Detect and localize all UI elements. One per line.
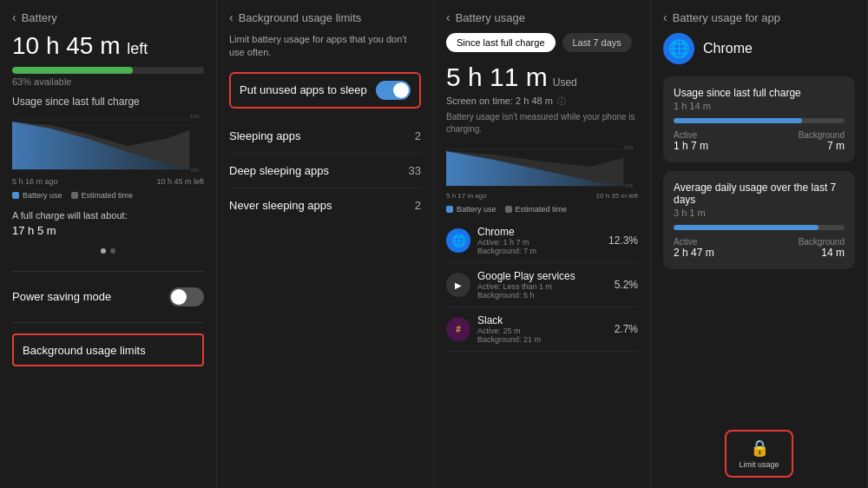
svg-text:100: 100 bbox=[189, 113, 200, 119]
back-arrow-icon: ‹ bbox=[12, 10, 16, 24]
legend-estimated-dot bbox=[71, 192, 78, 199]
deep-sleeping-apps-row[interactable]: Deep sleeping apps 33 bbox=[229, 154, 421, 188]
back-arrow-icon-3: ‹ bbox=[446, 10, 450, 24]
chrome-pct: 12.3% bbox=[608, 234, 638, 247]
app-list: 🌐 Chrome Active: 1 h 7 mBackground: 7 m … bbox=[446, 219, 638, 352]
put-unused-sleep-row[interactable]: Put unused apps to sleep bbox=[229, 72, 421, 109]
limit-usage-button[interactable]: 🔒 Limit usage bbox=[725, 430, 792, 478]
slack-pct: 2.7% bbox=[615, 323, 638, 335]
since-card-title: Usage since last full charge bbox=[674, 87, 845, 99]
chart-labels-1: 5 h 16 m ago 10 h 45 m left bbox=[12, 177, 204, 186]
main-time-used: 5 h 11 m bbox=[446, 63, 548, 92]
chrome-app-name: Chrome bbox=[477, 226, 602, 238]
gps-app-icon: ▶ bbox=[446, 273, 470, 297]
dot-1 bbox=[101, 248, 106, 254]
since-bar-fill bbox=[674, 118, 802, 123]
back-nav-2[interactable]: ‹ Background usage limits bbox=[229, 10, 421, 24]
slack-app-icon: # bbox=[446, 317, 470, 341]
divider-1 bbox=[12, 271, 204, 272]
svg-text:0%: 0% bbox=[625, 182, 634, 188]
bg-limits-subtitle: Limit battery usage for apps that you do… bbox=[229, 33, 421, 60]
charging-warning: Battery usage isn't measured while your … bbox=[446, 111, 638, 135]
avg-two-col: Active 2 h 47 m Background 14 m bbox=[674, 237, 845, 259]
power-saving-toggle[interactable] bbox=[169, 287, 204, 307]
bottom-bar: 🔒 Limit usage bbox=[663, 430, 855, 478]
power-saving-row[interactable]: Power saving mode bbox=[12, 279, 204, 315]
slack-app-name: Slack bbox=[477, 314, 608, 326]
back-nav-4[interactable]: ‹ Battery usage for app bbox=[663, 10, 855, 24]
app-row-slack[interactable]: # Slack Active: 25 mBackground: 21 m 2.7… bbox=[446, 307, 638, 352]
avg-daily-card: Average daily usage over the last 7 days… bbox=[663, 171, 855, 269]
battery-chart: 100 0% bbox=[12, 113, 204, 174]
battery-time-remaining: 10 h 45 m left bbox=[12, 33, 204, 60]
available-pct-text: 63% available bbox=[12, 76, 204, 87]
never-sleeping-apps-row[interactable]: Never sleeping apps 2 bbox=[229, 188, 421, 222]
back-label-4: Battery usage for app bbox=[673, 11, 780, 24]
slack-app-detail: Active: 25 mBackground: 21 m bbox=[477, 326, 608, 344]
svg-text:0%: 0% bbox=[191, 167, 200, 173]
back-nav-3[interactable]: ‹ Battery usage bbox=[446, 10, 638, 24]
limit-icon: 🔒 bbox=[750, 439, 769, 458]
usage-since-card: Usage since last full charge 1 h 14 m Ac… bbox=[663, 76, 855, 162]
screen-battery: ‹ Battery 10 h 45 m left 63% available U… bbox=[0, 0, 217, 488]
battery-progress-bar bbox=[12, 67, 204, 74]
unused-sleep-toggle[interactable] bbox=[376, 81, 411, 100]
chrome-large-icon: 🌐 bbox=[663, 33, 694, 64]
screen-battery-usage: ‹ Battery usage Since last full charge L… bbox=[434, 0, 651, 488]
screen-bg-limits: ‹ Background usage limits Limit battery … bbox=[217, 0, 434, 488]
chrome-header-row: 🌐 Chrome bbox=[663, 33, 855, 64]
used-label: Used bbox=[553, 76, 577, 89]
bg-usage-limits-row[interactable]: Background usage limits bbox=[12, 333, 204, 366]
legend-bat-dot-2 bbox=[446, 206, 453, 213]
chart-legend-1: Battery use Estimated time bbox=[12, 191, 204, 200]
dot-2 bbox=[110, 248, 115, 254]
back-label-1: Battery bbox=[22, 11, 57, 24]
avg-card-val: 3 h 1 m bbox=[674, 208, 845, 218]
tab-last-7-days[interactable]: Last 7 days bbox=[562, 33, 632, 52]
since-two-col: Active 1 h 7 m Background 7 m bbox=[674, 130, 845, 152]
tab-since-charge[interactable]: Since last full charge bbox=[446, 33, 556, 52]
battery-chart-2: 100 0% bbox=[446, 142, 638, 190]
screen-battery-for-app: ‹ Battery usage for app 🌐 Chrome Usage s… bbox=[651, 0, 868, 488]
chrome-app-detail: Active: 1 h 7 mBackground: 7 m bbox=[477, 238, 602, 255]
tab-row: Since last full charge Last 7 days bbox=[446, 33, 638, 52]
app-row-chrome[interactable]: 🌐 Chrome Active: 1 h 7 mBackground: 7 m … bbox=[446, 219, 638, 263]
back-arrow-icon-2: ‹ bbox=[229, 10, 233, 24]
chart-legend-2: Battery use Estimated time bbox=[446, 205, 638, 214]
svg-text:100: 100 bbox=[623, 144, 634, 150]
divider-2 bbox=[12, 322, 204, 323]
app-row-gps[interactable]: ▶ Google Play services Active: Less than… bbox=[446, 263, 638, 307]
sleeping-apps-row[interactable]: Sleeping apps 2 bbox=[229, 119, 421, 154]
chrome-app-icon: 🌐 bbox=[446, 228, 470, 253]
chrome-app-title: Chrome bbox=[703, 41, 753, 56]
screen-on-time: Screen on time: 2 h 48 m ⓘ bbox=[446, 96, 638, 108]
back-arrow-icon-4: ‹ bbox=[663, 10, 667, 24]
limit-usage-label: Limit usage bbox=[739, 460, 779, 469]
legend-est-dot-2 bbox=[505, 206, 512, 213]
full-charge-info: A full charge will last about: 17 h 5 m bbox=[12, 208, 204, 240]
legend-battery-dot bbox=[12, 192, 19, 199]
since-card-val: 1 h 14 m bbox=[674, 101, 845, 111]
back-label-2: Background usage limits bbox=[239, 11, 362, 24]
gps-app-name: Google Play services bbox=[477, 270, 608, 282]
gps-pct: 5.2% bbox=[615, 279, 638, 291]
usage-section-label: Usage since last full charge bbox=[12, 96, 204, 108]
since-bar-track bbox=[674, 118, 845, 123]
avg-bar-track bbox=[674, 225, 845, 230]
avg-card-title: Average daily usage over the last 7 days bbox=[674, 181, 845, 206]
back-label-3: Battery usage bbox=[456, 11, 525, 24]
back-nav-1[interactable]: ‹ Battery bbox=[12, 10, 204, 24]
chart-labels-2: 5 h 17 m ago 10 h 35 m left bbox=[446, 192, 638, 200]
battery-fill bbox=[12, 67, 133, 74]
gps-app-detail: Active: Less than 1 mBackground: 5 h bbox=[477, 282, 608, 300]
page-dots bbox=[12, 248, 204, 254]
avg-bar-fill bbox=[674, 225, 819, 230]
